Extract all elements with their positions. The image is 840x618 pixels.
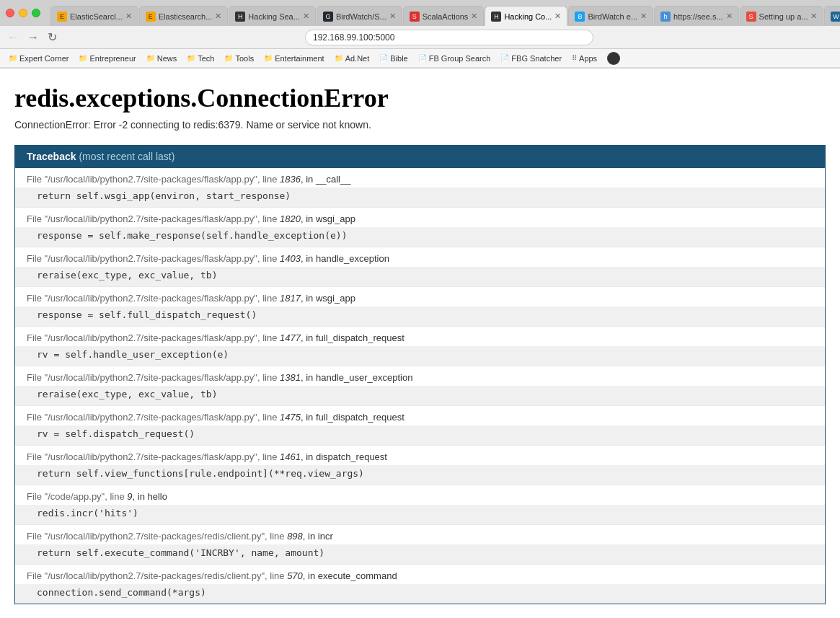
- tab-favicon: W: [831, 12, 840, 22]
- browser-tab[interactable]: H Hacking Sea... ✕: [229, 6, 316, 26]
- trace-line-number: 1461: [277, 451, 301, 462]
- traceback-item: File "/usr/local/lib/python2.7/site-pack…: [15, 366, 825, 406]
- bookmark-label: Tools: [235, 54, 254, 63]
- trace-line-number: 1381: [277, 372, 301, 383]
- bookmark-item[interactable]: 📁Entrepreneur: [74, 53, 140, 64]
- bookmark-item[interactable]: 📁Ad.Net: [330, 53, 374, 64]
- folder-icon: 📁: [264, 54, 273, 62]
- trace-in: , in: [301, 412, 316, 423]
- apps-icon: ⠿: [572, 54, 577, 62]
- browser-tab[interactable]: G BirdWatch/S... ✕: [317, 6, 402, 26]
- traceback-items: File "/usr/local/lib/python2.7/site-pack…: [15, 168, 825, 604]
- browser-tab[interactable]: h https://see.s... ✕: [654, 6, 738, 26]
- trace-funcname: wsgi_app: [316, 213, 355, 224]
- folder-icon: 📁: [146, 54, 155, 62]
- bookmark-item[interactable]: 📄FBG Snatcher: [496, 53, 566, 64]
- bookmark-item[interactable]: 📁Expert Corner: [4, 53, 73, 64]
- tab-close-button[interactable]: ✕: [810, 12, 817, 21]
- trace-in: , in: [303, 570, 318, 581]
- tab-bar: E ElasticSearcl... ✕ E Elasticsearch... …: [46, 0, 840, 26]
- tab-close-button[interactable]: ✕: [726, 12, 733, 21]
- trace-filepath: File "/usr/local/lib/python2.7/site-pack…: [27, 213, 277, 224]
- bookmark-label: Entertainment: [275, 54, 324, 63]
- browser-tab[interactable]: E Elasticsearch... ✕: [139, 6, 229, 26]
- traceback-item: File "/code/app.py", line 9, in hello re…: [15, 485, 825, 525]
- file-icon: 📄: [379, 54, 388, 62]
- browser-tab[interactable]: B BirdWatch e... ✕: [568, 6, 653, 26]
- tab-close-button[interactable]: ✕: [303, 12, 309, 21]
- trace-in: , in: [301, 332, 316, 343]
- bookmark-label: FB Group Search: [429, 54, 491, 63]
- bookmark-item[interactable]: 📄Bible: [375, 53, 412, 64]
- tab-favicon: G: [323, 12, 333, 22]
- file-icon: 📄: [418, 54, 427, 62]
- avatar: [607, 52, 620, 65]
- browser-tab[interactable]: S Setting up a... ✕: [740, 6, 824, 26]
- maximize-button[interactable]: [32, 9, 40, 17]
- trace-file-line: File "/usr/local/lib/python2.7/site-pack…: [15, 287, 825, 306]
- trace-file-line: File "/usr/local/lib/python2.7/site-pack…: [15, 366, 825, 386]
- browser-tab[interactable]: W W ✕: [824, 6, 840, 26]
- top-bar: E ElasticSearcl... ✕ E Elasticsearch... …: [0, 0, 840, 26]
- trace-funcname: incr: [318, 531, 333, 542]
- trace-code: return self.execute_command('INCRBY', na…: [15, 544, 825, 564]
- reload-button[interactable]: ↻: [46, 30, 58, 44]
- traceback-item: File "/usr/local/lib/python2.7/site-pack…: [15, 406, 825, 446]
- bookmark-item[interactable]: ⠿Apps: [567, 53, 601, 64]
- trace-line-number: 9: [125, 491, 133, 502]
- trace-file-line: File "/usr/local/lib/python2.7/site-pack…: [15, 168, 825, 187]
- tab-close-button[interactable]: ✕: [640, 12, 647, 21]
- traceback-subtitle: (most recent call last): [79, 151, 174, 162]
- traceback-item: File "/usr/local/lib/python2.7/site-pack…: [15, 287, 825, 327]
- tab-favicon: B: [575, 12, 585, 22]
- tab-close-button[interactable]: ✕: [125, 12, 132, 21]
- close-button[interactable]: [6, 9, 14, 17]
- tab-label: Hacking Sea...: [248, 12, 300, 21]
- trace-in: , in: [301, 451, 316, 462]
- bookmark-item[interactable]: 📁News: [142, 53, 182, 64]
- traceback-item: File "/usr/local/lib/python2.7/site-pack…: [15, 247, 825, 287]
- minimize-button[interactable]: [19, 9, 27, 17]
- tab-favicon: H: [235, 12, 245, 22]
- trace-funcname: execute_command: [318, 570, 397, 581]
- trace-in: , in: [133, 491, 148, 502]
- bookmark-item[interactable]: 📁Tools: [220, 53, 258, 64]
- forward-button[interactable]: →: [26, 31, 40, 44]
- browser-tab[interactable]: S ScalaActions ✕: [403, 6, 485, 26]
- trace-code: redis.incr('hits'): [15, 505, 825, 524]
- bookmarks-bar: 📁Expert Corner📁Entrepreneur📁News📁Tech📁To…: [0, 49, 840, 68]
- address-input[interactable]: [305, 30, 593, 45]
- browser-tab[interactable]: H Hacking Co... ✕: [485, 6, 567, 26]
- trace-code: return self.wsgi_app(environ, start_resp…: [15, 187, 825, 207]
- bookmark-label: Expert Corner: [19, 54, 68, 63]
- traceback-item: File "/usr/local/lib/python2.7/site-pack…: [15, 327, 825, 366]
- trace-filepath: File "/usr/local/lib/python2.7/site-pack…: [27, 570, 285, 581]
- tab-close-button[interactable]: ✕: [471, 12, 477, 21]
- trace-file-line: File "/code/app.py", line 9, in hello: [15, 485, 825, 505]
- bookmark-item[interactable]: [603, 50, 624, 66]
- tab-label: BirdWatch/S...: [336, 12, 386, 21]
- trace-funcname: handle_exception: [316, 253, 389, 264]
- bookmark-item[interactable]: 📁Tech: [182, 53, 218, 64]
- back-button[interactable]: ←: [6, 31, 20, 44]
- trace-funcname: handle_user_exception: [316, 372, 412, 383]
- bookmark-label: News: [157, 54, 177, 63]
- browser-tab[interactable]: E ElasticSearcl... ✕: [50, 6, 138, 26]
- trace-filepath: File "/code/app.py", line: [27, 491, 125, 502]
- tab-favicon: S: [746, 12, 756, 22]
- trace-line-number: 1820: [277, 213, 301, 224]
- tab-close-button[interactable]: ✕: [554, 12, 561, 21]
- bookmark-item[interactable]: 📄FB Group Search: [414, 53, 495, 64]
- trace-code: response = self.full_dispatch_request(): [15, 306, 825, 326]
- tab-close-button[interactable]: ✕: [389, 12, 396, 21]
- trace-line-number: 898: [285, 531, 303, 542]
- address-bar: ← → ↻: [0, 26, 840, 49]
- tab-label: BirdWatch e...: [588, 12, 637, 21]
- error-title: redis.exceptions.ConnectionError: [14, 83, 826, 113]
- trace-file-line: File "/usr/local/lib/python2.7/site-pack…: [15, 327, 825, 346]
- bookmark-label: Bible: [390, 54, 407, 63]
- tab-close-button[interactable]: ✕: [215, 12, 221, 21]
- bookmark-item[interactable]: 📁Entertainment: [260, 53, 328, 64]
- tab-label: https://see.s...: [673, 12, 722, 21]
- bookmark-label: Apps: [579, 54, 597, 63]
